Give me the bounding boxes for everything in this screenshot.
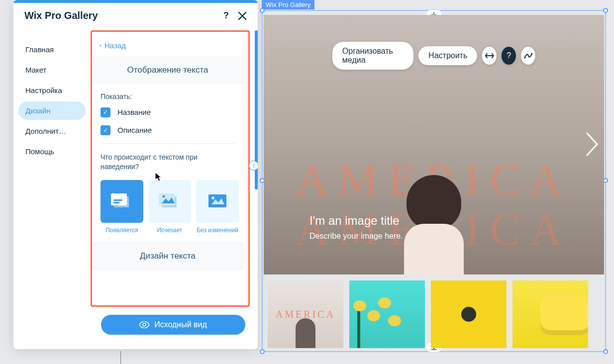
svg-rect-3 — [113, 202, 119, 203]
organize-media-button[interactable]: Организовать медиа — [332, 42, 413, 70]
eye-icon — [139, 321, 149, 328]
thumbnail-3[interactable] — [431, 280, 507, 348]
checkbox-row-description[interactable]: ✓ Описание — [101, 125, 235, 135]
sidebar-item-advanced[interactable]: Дополнит… — [18, 122, 86, 140]
hover-option-disappears[interactable]: Исчезает — [148, 180, 191, 234]
hover-option-nochange-icon — [196, 180, 239, 223]
checkbox-row-title[interactable]: ✓ Название — [101, 107, 235, 117]
settings-panel: Wix Pro Gallery ? Главная Макет Настройк… — [13, 0, 258, 349]
thumbnail-2[interactable] — [349, 280, 425, 348]
info-icon[interactable]: i — [249, 161, 258, 171]
svg-point-12 — [524, 57, 525, 58]
checkbox-description-label: Описание — [117, 126, 152, 134]
back-label: Назад — [104, 41, 126, 50]
section-text-display-header[interactable]: Отображение текста — [91, 57, 245, 84]
thumbnail-1-text: AMERICA — [276, 309, 335, 320]
svg-rect-8 — [208, 194, 226, 207]
sidebar-item-help[interactable]: Помощь — [18, 142, 86, 161]
sidebar-item-main[interactable]: Главная — [18, 40, 86, 59]
hover-options: Появляется Исчезает — [101, 180, 235, 234]
svg-point-10 — [211, 196, 214, 199]
hover-option-appears-icon — [101, 180, 143, 223]
gallery-thumbnails: AMERICA — [264, 277, 604, 348]
close-icon[interactable] — [238, 11, 247, 20]
canvas-stage: Wix Pro Gallery AMERICA AMERICA I'm an i… — [262, 7, 606, 353]
hover-option-appears[interactable]: Появляется — [101, 180, 143, 234]
help-circle-icon[interactable]: ? — [502, 47, 516, 65]
sidebar-item-design[interactable]: Дизайн — [18, 101, 86, 120]
svg-point-7 — [163, 195, 165, 197]
hero-description: Describe your image here. — [309, 232, 403, 241]
thumbnail-1[interactable]: AMERICA — [268, 280, 343, 348]
svg-point-13 — [531, 53, 532, 54]
hover-option-disappears-label: Исчезает — [157, 227, 182, 234]
selection-box: AMERICA AMERICA I'm an image title Descr… — [262, 10, 606, 352]
resize-handle-tr[interactable] — [603, 8, 608, 13]
back-link[interactable]: ‹ Назад — [100, 41, 126, 50]
panel-content: ‹ Назад Отображение текста Показать: ✓ Н… — [91, 30, 258, 345]
checkbox-title-label: Название — [117, 108, 151, 116]
resize-handle-br[interactable] — [603, 349, 608, 354]
animation-icon[interactable] — [521, 47, 535, 65]
help-icon[interactable]: ? — [223, 10, 229, 21]
stretch-icon[interactable] — [482, 47, 497, 65]
resize-handle-tl[interactable] — [260, 8, 265, 13]
checkbox-title[interactable]: ✓ — [101, 107, 110, 117]
panel-header: Wix Pro Gallery ? — [13, 3, 258, 30]
checkbox-description[interactable]: ✓ — [101, 125, 110, 135]
hover-question-label: Что происходит с текстом при наведении? — [101, 153, 230, 172]
preview-button[interactable]: Исходный вид — [101, 315, 245, 335]
hover-option-appears-label: Появляется — [105, 227, 138, 234]
section-text-design-header[interactable]: Дизайн текста — [91, 243, 245, 270]
ruler-mark-bottom — [120, 351, 121, 364]
hero-title: I'm an image title — [309, 214, 400, 228]
preview-button-label: Исходный вид — [154, 320, 207, 329]
configure-button[interactable]: Настроить — [418, 46, 477, 65]
gallery-next-arrow[interactable] — [584, 131, 600, 159]
resize-handle-bl[interactable] — [260, 349, 265, 354]
chevron-left-icon: ‹ — [100, 42, 102, 49]
sidebar-item-settings[interactable]: Настройка — [18, 81, 86, 99]
sidebar-item-layout[interactable]: Макет — [18, 61, 86, 79]
hover-option-nochange-label: Без изменений — [197, 227, 238, 234]
panel-sidebar: Главная Макет Настройка Дизайн Дополнит…… — [13, 30, 91, 345]
svg-rect-2 — [113, 199, 122, 201]
panel-title: Wix Pro Gallery — [24, 10, 98, 21]
element-toolbar: Организовать медиа Настроить ? — [332, 42, 535, 70]
hover-option-disappears-icon — [148, 180, 191, 223]
hover-option-nochange[interactable]: Без изменений — [196, 180, 239, 234]
svg-point-11 — [143, 323, 146, 326]
hero-figure — [399, 175, 469, 274]
show-label: Показать: — [101, 92, 235, 100]
element-tag[interactable]: Wix Pro Gallery — [262, 0, 314, 9]
section-text-display-body: Показать: ✓ Название ✓ Описание Что прои… — [91, 84, 245, 243]
divider — [101, 143, 235, 144]
thumbnail-4[interactable] — [512, 280, 588, 348]
